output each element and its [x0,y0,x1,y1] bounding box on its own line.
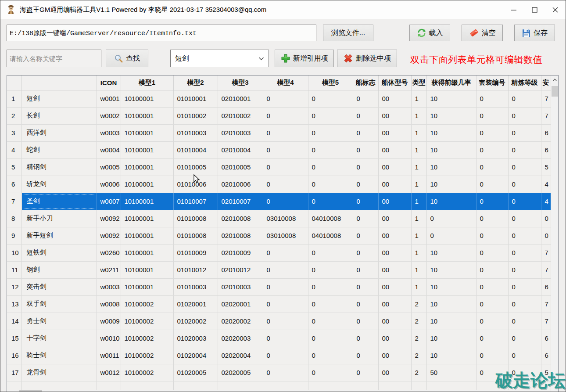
table-row[interactable]: 15十字剑w0010101000020102000302020003000002… [7,330,551,347]
horizontal-scrollbar[interactable] [7,390,551,392]
item-name-cell[interactable]: 西洋剑 [21,124,97,141]
delete-selected-button[interactable]: 删除选中项 [337,50,397,67]
table-cell[interactable]: 02010003 [218,124,263,141]
table-cell[interactable]: 10100001 [121,158,173,176]
table-cell[interactable]: 02010009 [218,244,263,261]
table-cell[interactable]: 0 [508,158,541,176]
table-cell[interactable]: 1 [411,278,426,295]
table-cell[interactable]: 0 [263,107,308,124]
row-number[interactable]: 5 [7,158,21,176]
table-cell[interactable]: 0 [353,124,378,141]
table-cell[interactable]: 1 [411,141,426,158]
table-cell[interactable]: 0 [308,364,353,381]
table-cell[interactable]: 03010008 [263,210,308,227]
table-cell[interactable]: 0 [353,176,378,193]
table-cell[interactable]: 00 [378,244,411,261]
table-cell[interactable]: 0 [541,210,551,227]
table-cell[interactable]: 0 [476,141,508,158]
clear-button[interactable]: 清空 [462,25,503,41]
table-cell[interactable]: 0 [508,210,541,227]
vertical-scrollbar[interactable] [551,76,558,392]
column-header[interactable]: 船体型号 [378,76,411,90]
table-cell[interactable]: 0 [476,347,508,364]
row-number[interactable]: 8 [7,210,21,227]
row-number[interactable]: 10 [7,244,21,261]
table-cell[interactable]: 10100001 [121,261,173,278]
table-cell[interactable]: 7 [541,295,551,313]
table-cell[interactable]: 02010007 [218,193,263,210]
table-cell[interactable]: 0 [508,278,541,295]
table-cell[interactable]: 0 [508,364,541,381]
table-cell[interactable]: w0002 [97,107,121,124]
table-cell[interactable]: 02010003 [218,278,263,295]
table-cell[interactable]: 0 [263,364,308,381]
table-cell[interactable]: 10100001 [121,227,173,244]
table-cell[interactable]: 02020005 [218,364,263,381]
table-cell[interactable]: 4 [541,193,551,210]
table-cell[interactable]: 1 [411,176,426,193]
table-cell[interactable]: 2 [411,313,426,330]
table-cell[interactable]: 0 [476,295,508,313]
table-cell[interactable]: w0260 [97,244,121,261]
table-cell[interactable]: 10100001 [121,141,173,158]
table-cell[interactable]: w0012 [97,364,121,381]
table-cell[interactable]: 00 [378,90,411,107]
row-number[interactable]: 16 [7,347,21,364]
table-cell[interactable]: 2 [411,364,426,381]
table-cell[interactable]: 1 [411,90,426,107]
table-cell[interactable]: 00 [378,227,411,244]
table-cell[interactable]: 10100002 [121,330,173,347]
table-cell[interactable]: 0 [308,90,353,107]
table-row[interactable]: 9新手短剑w0092101000010101000802010008030100… [7,227,551,244]
table-cell[interactable]: 01010012 [173,261,218,278]
item-name-cell[interactable]: 十字剑 [21,330,97,347]
table-cell[interactable]: 0 [353,210,378,227]
table-cell[interactable]: 10100001 [121,176,173,193]
table-cell[interactable]: 10 [426,244,476,261]
table-cell[interactable]: 0 [353,227,378,244]
row-number[interactable]: 7 [7,193,21,210]
table-cell[interactable]: 02010008 [218,227,263,244]
search-input[interactable] [7,50,101,67]
table-cell[interactable]: w0003 [97,278,121,295]
column-header[interactable]: 模型5 [308,76,353,90]
table-cell[interactable]: 00 [378,364,411,381]
item-name-cell[interactable]: 骑士剑 [21,347,97,364]
table-cell[interactable]: 0 [308,176,353,193]
column-header[interactable] [7,76,21,90]
table-cell[interactable]: 0 [508,244,541,261]
table-row[interactable]: 7圣剑w000710100001010100070201000700000110… [7,193,551,210]
row-number[interactable]: 11 [7,261,21,278]
file-path-input[interactable] [7,25,316,41]
table-cell[interactable]: 1 [411,227,426,244]
table-cell[interactable]: 10 [426,158,476,176]
table-cell[interactable]: w0008 [97,295,121,313]
table-cell[interactable]: 6 [541,330,551,347]
item-name-cell[interactable]: 勇士剑 [21,313,97,330]
maximize-button[interactable] [524,0,545,19]
table-cell[interactable]: 4 [541,176,551,193]
table-cell[interactable]: 0 [508,347,541,364]
item-name-cell[interactable]: 蛇剑 [21,141,97,158]
table-cell[interactable]: 1 [411,210,426,227]
table-cell[interactable]: 0 [508,227,541,244]
table-cell[interactable]: w0211 [97,261,121,278]
row-number[interactable]: 1 [7,90,21,107]
table-cell[interactable]: 00 [378,158,411,176]
table-cell[interactable]: 10100001 [121,107,173,124]
table-cell[interactable]: 0 [476,278,508,295]
table-cell[interactable]: 0 [476,158,508,176]
table-cell[interactable]: 00 [378,295,411,313]
column-header[interactable]: 模型1 [121,76,173,90]
table-cell[interactable]: 02020002 [218,313,263,330]
table-cell[interactable]: 0 [508,313,541,330]
table-row[interactable]: 17龙骨剑w0012101000020102000502020005000002… [7,364,551,381]
table-cell[interactable]: w0006 [97,176,121,193]
table-cell[interactable]: w0003 [97,124,121,141]
table-cell[interactable]: 00 [378,313,411,330]
table-cell[interactable]: 0 [508,176,541,193]
table-cell[interactable]: 00 [378,176,411,193]
table-cell[interactable]: w0010 [97,330,121,347]
table-cell[interactable]: 1 [411,244,426,261]
table-cell[interactable]: 6 [541,347,551,364]
